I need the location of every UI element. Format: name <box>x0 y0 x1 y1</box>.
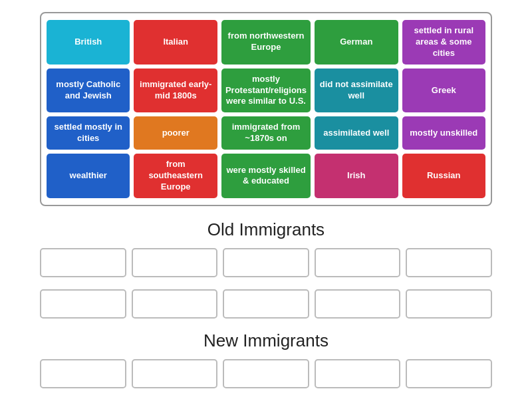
drop-zone[interactable] <box>223 248 309 277</box>
drop-zone[interactable] <box>40 248 126 277</box>
word-bank: BritishItalianfrom northwestern EuropeGe… <box>40 12 492 206</box>
word-tile-german[interactable]: German <box>315 20 398 65</box>
word-tile-did-not-assim[interactable]: did not assimilate well <box>315 68 398 113</box>
drop-zone[interactable] <box>223 359 309 388</box>
new-immigrants-row1 <box>40 359 492 388</box>
word-tile-skilled-educated[interactable]: were mostly skilled & educated <box>221 154 311 198</box>
drop-zone[interactable] <box>40 359 126 388</box>
word-tile-rural-cities[interactable]: settled in rural areas & some cities <box>402 20 485 65</box>
word-tile-imm-1870s[interactable]: immigrated from ~1870s on <box>221 116 311 150</box>
drop-zone[interactable] <box>315 359 401 388</box>
word-tile-greek[interactable]: Greek <box>402 68 485 113</box>
drop-zone[interactable] <box>132 248 218 277</box>
drop-zone[interactable] <box>132 359 218 388</box>
drop-zone[interactable] <box>315 248 401 277</box>
word-tile-mostly-protestant[interactable]: mostly Protestant/religions were similar… <box>221 68 311 113</box>
drop-zone[interactable] <box>132 289 218 319</box>
drop-zone[interactable] <box>406 248 492 277</box>
word-tile-from-nw-europe[interactable]: from northwestern Europe <box>221 20 311 65</box>
word-tile-irish[interactable]: Irish <box>315 154 398 198</box>
word-tile-mostly-cath-jew[interactable]: mostly Catholic and Jewish <box>47 68 130 113</box>
old-immigrants-row2 <box>40 289 492 319</box>
word-tile-british[interactable]: British <box>47 20 130 65</box>
drop-zone[interactable] <box>406 289 492 319</box>
word-tile-mostly-unskilled[interactable]: mostly unskilled <box>402 116 485 150</box>
word-tile-imm-early-mid[interactable]: immigrated early-mid 1800s <box>134 68 217 113</box>
word-tile-settled-cities[interactable]: settled mostly in cities <box>47 116 130 150</box>
drop-zone[interactable] <box>40 289 126 319</box>
new-immigrants-title: New Immigrants <box>0 331 532 351</box>
word-tile-from-se-europe[interactable]: from southeastern Europe <box>134 154 217 198</box>
word-tile-wealthier[interactable]: wealthier <box>47 154 130 198</box>
word-tile-russian[interactable]: Russian <box>402 154 485 198</box>
drop-zone[interactable] <box>223 289 309 319</box>
new-immigrants-section: New Immigrants <box>0 331 532 399</box>
old-immigrants-title: Old Immigrants <box>0 219 532 240</box>
old-immigrants-section: Old Immigrants <box>0 219 532 319</box>
old-immigrants-row1 <box>40 248 492 277</box>
word-tile-italian[interactable]: Italian <box>134 20 217 65</box>
drop-zone[interactable] <box>315 289 401 319</box>
drop-zone[interactable] <box>406 359 492 388</box>
word-tile-assim-well[interactable]: assimilated well <box>315 116 398 150</box>
word-tile-poorer[interactable]: poorer <box>134 116 217 150</box>
